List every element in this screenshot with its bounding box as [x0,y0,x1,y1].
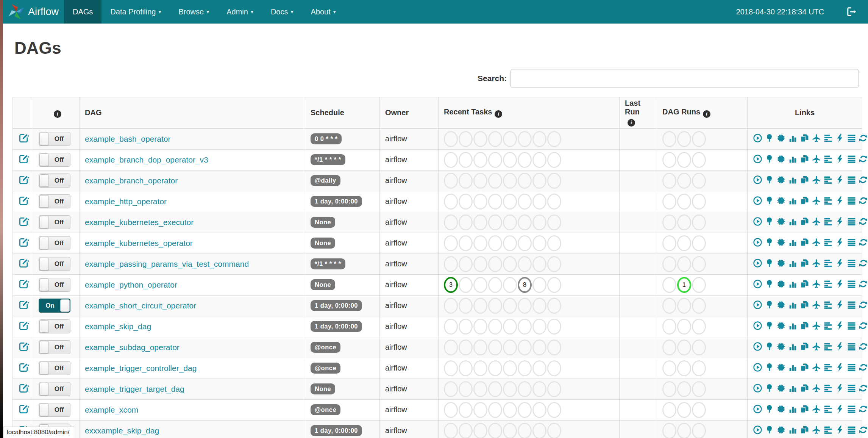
schedule-badge[interactable]: */1 * * * * [311,154,345,165]
list-icon[interactable] [847,425,856,435]
schedule-badge[interactable]: @once [311,404,340,415]
bar-chart-icon[interactable] [788,342,798,351]
refresh-icon[interactable] [859,175,868,185]
bolt-icon[interactable] [835,363,845,372]
plane-icon[interactable] [812,342,821,351]
refresh-icon[interactable] [859,196,868,205]
edit-dag-icon[interactable] [18,258,29,269]
graph-burst-icon[interactable] [776,363,786,372]
dag-link[interactable]: example_branch_operator [85,176,178,185]
nav-item-browse[interactable]: Browse▾ [170,0,218,23]
schedule-badge[interactable]: @daily [311,175,340,186]
bar-chart-icon[interactable] [788,238,798,247]
play-circle-icon[interactable] [753,383,762,393]
refresh-icon[interactable] [859,342,868,351]
graph-burst-icon[interactable] [776,196,786,205]
refresh-icon[interactable] [859,279,868,289]
refresh-icon[interactable] [859,238,868,247]
tree-icon[interactable] [765,154,774,164]
header-schedule[interactable]: Schedule [305,97,380,129]
play-circle-icon[interactable] [753,425,762,435]
duplicate-icon[interactable] [800,217,809,226]
gantt-icon[interactable] [823,133,833,143]
plane-icon[interactable] [812,383,821,393]
dag-link[interactable]: example_xcom [85,405,138,414]
play-circle-icon[interactable] [753,238,762,247]
graph-burst-icon[interactable] [776,300,786,310]
edit-dag-icon[interactable] [18,299,29,310]
gantt-icon[interactable] [823,425,833,435]
list-icon[interactable] [847,300,856,310]
graph-burst-icon[interactable] [776,342,786,351]
edit-dag-icon[interactable] [18,133,29,144]
dag-pause-toggle[interactable]: Off [39,215,70,229]
duplicate-icon[interactable] [800,258,809,268]
play-circle-icon[interactable] [753,279,762,289]
bar-chart-icon[interactable] [788,279,798,289]
nav-item-dags[interactable]: DAGs [64,0,101,23]
graph-burst-icon[interactable] [776,425,786,435]
search-input[interactable] [510,69,859,88]
plane-icon[interactable] [812,133,821,143]
gantt-icon[interactable] [823,363,833,372]
bar-chart-icon[interactable] [788,425,798,435]
list-icon[interactable] [847,321,856,330]
gantt-icon[interactable] [823,321,833,330]
dag-pause-toggle[interactable]: Off [39,257,70,271]
graph-burst-icon[interactable] [776,321,786,330]
list-icon[interactable] [847,363,856,372]
list-icon[interactable] [847,342,856,351]
play-circle-icon[interactable] [753,133,762,143]
plane-icon[interactable] [812,404,821,414]
bolt-icon[interactable] [835,279,845,289]
dag-link[interactable]: example_branch_dop_operator_v3 [85,155,208,164]
bolt-icon[interactable] [835,342,845,351]
logout-icon[interactable] [846,6,857,17]
edit-dag-icon[interactable] [18,404,29,415]
list-icon[interactable] [847,196,856,205]
plane-icon[interactable] [812,154,821,164]
bar-chart-icon[interactable] [788,300,798,310]
bar-chart-icon[interactable] [788,175,798,185]
dag-link[interactable]: example_trigger_target_dag [85,385,184,393]
bar-chart-icon[interactable] [788,321,798,330]
list-icon[interactable] [847,133,856,143]
dag-pause-toggle[interactable]: Off [39,319,70,333]
list-icon[interactable] [847,404,856,414]
tree-icon[interactable] [765,321,774,330]
play-circle-icon[interactable] [753,363,762,372]
dag-link[interactable]: example_kubernetes_operator [85,239,193,247]
dag-link[interactable]: example_bash_operator [85,135,171,143]
bolt-icon[interactable] [835,196,845,205]
dag-link[interactable]: example_http_operator [85,197,167,206]
refresh-icon[interactable] [859,363,868,372]
nav-item-about[interactable]: About▾ [302,0,345,23]
dag-pause-toggle[interactable]: Off [39,278,70,292]
bar-chart-icon[interactable] [788,196,798,205]
header-owner[interactable]: Owner [380,97,439,129]
schedule-badge[interactable]: None [311,279,335,290]
schedule-badge[interactable]: 1 day, 0:00:00 [311,300,362,311]
bar-chart-icon[interactable] [788,363,798,372]
play-circle-icon[interactable] [753,404,762,414]
play-circle-icon[interactable] [753,217,762,226]
list-icon[interactable] [847,154,856,164]
bar-chart-icon[interactable] [788,154,798,164]
refresh-icon[interactable] [859,154,868,164]
list-icon[interactable] [847,217,856,226]
task-state-circle[interactable]: 3 [444,277,458,293]
bolt-icon[interactable] [835,133,845,143]
bar-chart-icon[interactable] [788,404,798,414]
dag-link[interactable]: exxxample_skip_dag [85,426,159,435]
duplicate-icon[interactable] [800,238,809,247]
duplicate-icon[interactable] [800,425,809,435]
play-circle-icon[interactable] [753,258,762,268]
edit-dag-icon[interactable] [18,195,29,206]
duplicate-icon[interactable] [800,133,809,143]
dag-run-circle[interactable]: 1 [677,277,691,293]
dag-pause-toggle[interactable]: Off [39,236,70,250]
tree-icon[interactable] [765,258,774,268]
plane-icon[interactable] [812,300,821,310]
refresh-icon[interactable] [859,383,868,393]
plane-icon[interactable] [812,363,821,372]
